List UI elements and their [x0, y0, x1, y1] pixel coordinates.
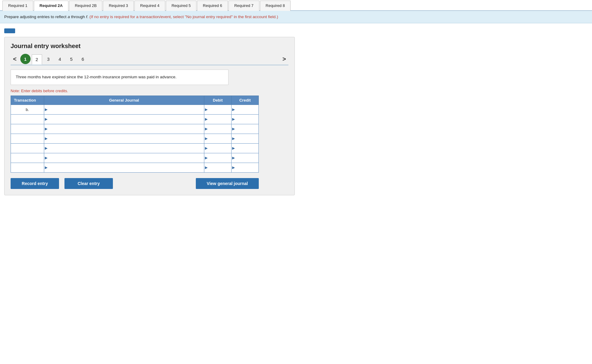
entry-6[interactable]: 6 — [78, 54, 88, 64]
general-journal-input-1[interactable] — [44, 115, 204, 124]
cell-arrow-gj-1: ▶ — [45, 117, 48, 121]
cell-arrow-credit-6: ▶ — [232, 165, 235, 170]
credit-input-3[interactable] — [232, 134, 258, 143]
entry-1-active[interactable]: 1 — [20, 54, 31, 64]
cell-arrow-debit-4: ▶ — [205, 146, 208, 150]
credit-cell-0[interactable]: ▶ — [232, 105, 259, 114]
cell-arrow-credit-1: ▶ — [232, 117, 235, 121]
col-header-general-journal: General Journal — [44, 96, 204, 105]
tab-req8[interactable]: Required 8 — [260, 1, 291, 11]
debit-input-5[interactable] — [204, 153, 231, 163]
general-journal-cell-0[interactable]: ▶ — [44, 105, 204, 114]
debit-input-0[interactable] — [204, 105, 231, 114]
credit-input-2[interactable] — [232, 124, 258, 134]
tabs-bar: Required 1Required 2ARequired 2BRequired… — [0, 0, 592, 11]
debit-cell-0[interactable]: ▶ — [204, 105, 232, 114]
credit-input-1[interactable] — [232, 115, 258, 124]
cell-arrow-gj-2: ▶ — [45, 127, 48, 131]
entry-3[interactable]: 3 — [43, 54, 54, 64]
entry-nav: < 1 2 3 4 5 6 > — [11, 54, 288, 65]
prev-entry-button[interactable]: < — [11, 55, 19, 63]
table-row: ▶▶▶ — [11, 153, 259, 163]
credit-input-4[interactable] — [232, 144, 258, 153]
view-transaction-bar — [0, 23, 592, 37]
credit-input-6[interactable] — [232, 163, 258, 172]
tab-req2b[interactable]: Required 2B — [69, 1, 102, 11]
debit-input-2[interactable] — [204, 124, 231, 134]
debit-input-4[interactable] — [204, 144, 231, 153]
transaction-cell-4 — [11, 143, 44, 153]
record-entry-button[interactable]: Record entry — [11, 178, 59, 189]
credit-cell-6[interactable]: ▶ — [232, 163, 259, 172]
tab-req5[interactable]: Required 5 — [166, 1, 197, 11]
credit-cell-4[interactable]: ▶ — [232, 143, 259, 153]
general-journal-cell-2[interactable]: ▶ — [44, 124, 204, 134]
general-journal-cell-1[interactable]: ▶ — [44, 114, 204, 124]
transaction-cell-0: b. — [11, 105, 44, 114]
debit-cell-3[interactable]: ▶ — [204, 134, 232, 143]
tab-req2a[interactable]: Required 2A — [34, 1, 69, 11]
general-journal-input-4[interactable] — [44, 144, 204, 153]
tab-req7[interactable]: Required 7 — [229, 1, 259, 11]
cell-arrow-credit-5: ▶ — [232, 156, 235, 160]
instruction-text: Prepare adjusting entries to reflect a t… — [4, 15, 88, 19]
general-journal-input-5[interactable] — [44, 153, 204, 163]
entry-5[interactable]: 5 — [66, 54, 77, 64]
cell-arrow-debit-0: ▶ — [205, 107, 208, 112]
cell-arrow-credit-3: ▶ — [232, 136, 235, 141]
cell-arrow-credit-0: ▶ — [232, 107, 235, 112]
cell-arrow-gj-0: ▶ — [45, 107, 48, 112]
general-journal-cell-4[interactable]: ▶ — [44, 143, 204, 153]
table-row: ▶▶▶ — [11, 114, 259, 124]
transaction-cell-5 — [11, 153, 44, 163]
cell-arrow-gj-3: ▶ — [45, 136, 48, 141]
table-row: ▶▶▶ — [11, 163, 259, 172]
cell-arrow-gj-5: ▶ — [45, 156, 48, 160]
debit-cell-1[interactable]: ▶ — [204, 114, 232, 124]
tab-req4[interactable]: Required 4 — [134, 1, 165, 11]
credit-input-0[interactable] — [232, 105, 258, 114]
credit-cell-1[interactable]: ▶ — [232, 114, 259, 124]
tab-req3[interactable]: Required 3 — [103, 1, 134, 11]
next-entry-button[interactable]: > — [280, 55, 288, 63]
tab-req1[interactable]: Required 1 — [2, 1, 33, 11]
cell-arrow-gj-6: ▶ — [45, 165, 48, 170]
cell-arrow-debit-5: ▶ — [205, 156, 208, 160]
general-journal-cell-6[interactable]: ▶ — [44, 163, 204, 172]
table-row: ▶▶▶ — [11, 143, 259, 153]
clear-entry-button[interactable]: Clear entry — [64, 178, 113, 189]
journal-table: Transaction General Journal Debit Credit… — [11, 96, 259, 173]
cell-arrow-debit-2: ▶ — [205, 127, 208, 131]
general-journal-input-0[interactable] — [44, 105, 204, 114]
credit-cell-5[interactable]: ▶ — [232, 153, 259, 163]
general-journal-cell-5[interactable]: ▶ — [44, 153, 204, 163]
general-journal-input-6[interactable] — [44, 163, 204, 172]
table-row: b.▶▶▶ — [11, 105, 259, 114]
general-journal-cell-3[interactable]: ▶ — [44, 134, 204, 143]
general-journal-input-2[interactable] — [44, 124, 204, 134]
view-transaction-button[interactable] — [4, 28, 15, 33]
debit-cell-2[interactable]: ▶ — [204, 124, 232, 134]
tab-req6[interactable]: Required 6 — [197, 1, 228, 11]
debit-cell-5[interactable]: ▶ — [204, 153, 232, 163]
credit-cell-3[interactable]: ▶ — [232, 134, 259, 143]
instruction-banner: Prepare adjusting entries to reflect a t… — [0, 11, 592, 23]
debit-input-1[interactable] — [204, 115, 231, 124]
debit-input-3[interactable] — [204, 134, 231, 143]
instruction-red-text: (If no entry is required for a transacti… — [89, 15, 278, 19]
transaction-cell-3 — [11, 134, 44, 143]
debit-cell-6[interactable]: ▶ — [204, 163, 232, 172]
debit-cell-4[interactable]: ▶ — [204, 143, 232, 153]
general-journal-input-3[interactable] — [44, 134, 204, 143]
cell-arrow-debit-6: ▶ — [205, 165, 208, 170]
entry-4[interactable]: 4 — [55, 54, 65, 64]
col-header-debit: Debit — [204, 96, 232, 105]
credit-cell-2[interactable]: ▶ — [232, 124, 259, 134]
cell-arrow-debit-1: ▶ — [205, 117, 208, 121]
view-general-journal-button[interactable]: View general journal — [196, 178, 259, 189]
debit-input-6[interactable] — [204, 163, 231, 172]
entry-2[interactable]: 2 — [32, 54, 42, 65]
cell-arrow-credit-2: ▶ — [232, 127, 235, 131]
credit-input-5[interactable] — [232, 153, 258, 163]
cell-arrow-gj-4: ▶ — [45, 146, 48, 150]
